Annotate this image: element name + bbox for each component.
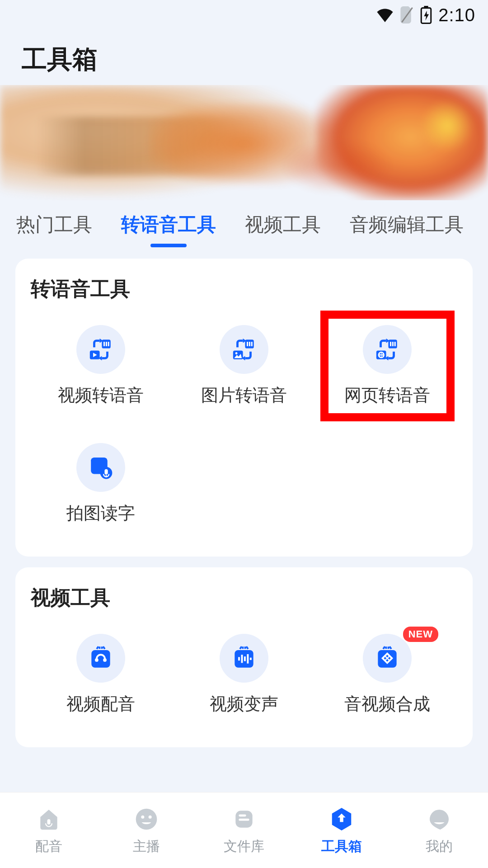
svg-rect-6 bbox=[106, 342, 107, 346]
svg-rect-5 bbox=[103, 342, 105, 346]
section-video-tools: 视频工具 视频配音 视频变声 NEW 音视频合成 bbox=[15, 567, 473, 747]
svg-point-31 bbox=[95, 658, 99, 662]
svg-point-43 bbox=[149, 816, 152, 819]
svg-rect-7 bbox=[108, 342, 109, 346]
svg-rect-1 bbox=[424, 6, 428, 8]
status-bar: 2:10 bbox=[0, 0, 488, 30]
svg-point-42 bbox=[141, 816, 144, 819]
tool-webpage-to-speech[interactable]: 网页转语音 bbox=[316, 315, 459, 417]
profile-icon bbox=[425, 805, 454, 834]
svg-rect-37 bbox=[247, 654, 249, 664]
toolbox-icon bbox=[327, 805, 356, 834]
tool-label: 网页转语音 bbox=[344, 384, 430, 407]
svg-rect-40 bbox=[47, 819, 51, 825]
nav-label: 工具箱 bbox=[321, 837, 362, 856]
nav-label: 主播 bbox=[133, 837, 160, 856]
files-icon bbox=[230, 805, 258, 834]
tool-label: 视频变声 bbox=[210, 693, 278, 716]
tool-label: 拍图读字 bbox=[66, 502, 135, 525]
svg-point-41 bbox=[136, 809, 157, 830]
svg-rect-14 bbox=[249, 342, 250, 346]
nav-label: 我的 bbox=[426, 837, 453, 856]
video-voice-change-icon bbox=[220, 634, 268, 683]
svg-rect-15 bbox=[251, 342, 253, 346]
category-tabs: 热门工具 转语音工具 视频工具 音频编辑工具 bbox=[0, 200, 488, 248]
nav-profile[interactable]: 我的 bbox=[390, 793, 488, 868]
clock-text: 2:10 bbox=[438, 5, 475, 25]
svg-rect-35 bbox=[241, 655, 243, 663]
webpage-to-speech-icon bbox=[363, 325, 412, 374]
tab-video-tools[interactable]: 视频工具 bbox=[241, 204, 324, 247]
image-to-speech-icon bbox=[220, 325, 268, 374]
svg-rect-38 bbox=[250, 658, 252, 660]
section-tts-tools: 转语音工具 视频转语音 图片转语音 网页转语音 bbox=[15, 259, 473, 557]
tab-audio-edit-tools[interactable]: 音频编辑工具 bbox=[346, 204, 467, 247]
tab-popular-tools[interactable]: 热门工具 bbox=[13, 204, 96, 247]
page-title: 工具箱 bbox=[22, 42, 466, 77]
content-scroll[interactable]: 转语音工具 视频转语音 图片转语音 网页转语音 bbox=[0, 259, 488, 747]
tool-video-dubbing[interactable]: 视频配音 bbox=[29, 624, 172, 726]
home-mic-icon bbox=[34, 805, 63, 834]
tool-label: 视频转语音 bbox=[58, 384, 144, 407]
svg-rect-13 bbox=[247, 342, 248, 346]
tab-tts-tools[interactable]: 转语音工具 bbox=[117, 204, 220, 247]
svg-point-11 bbox=[235, 352, 238, 354]
svg-rect-22 bbox=[392, 342, 394, 346]
tool-video-voice-change[interactable]: 视频变声 bbox=[172, 624, 315, 726]
svg-rect-23 bbox=[394, 342, 396, 346]
sim-icon bbox=[400, 6, 414, 24]
svg-rect-46 bbox=[239, 819, 249, 821]
nav-dubbing[interactable]: 配音 bbox=[0, 793, 98, 868]
tool-label: 音视频合成 bbox=[344, 693, 430, 716]
new-badge: NEW bbox=[403, 627, 438, 642]
av-compose-icon bbox=[363, 634, 412, 683]
promo-banner[interactable] bbox=[0, 85, 488, 200]
wifi-icon bbox=[376, 8, 394, 22]
face-icon bbox=[132, 805, 161, 834]
photo-read-text-icon bbox=[76, 443, 125, 492]
svg-rect-21 bbox=[390, 342, 391, 346]
svg-rect-28 bbox=[104, 469, 108, 475]
nav-label: 配音 bbox=[35, 837, 62, 856]
svg-rect-36 bbox=[244, 656, 246, 661]
bottom-nav: 配音 主播 文件库 工具箱 我的 bbox=[0, 792, 488, 868]
svg-rect-30 bbox=[91, 650, 110, 668]
tool-label: 图片转语音 bbox=[201, 384, 287, 407]
battery-charging-icon bbox=[420, 6, 432, 24]
section-title: 转语音工具 bbox=[29, 276, 459, 302]
nav-label: 文件库 bbox=[224, 837, 264, 856]
nav-toolbox[interactable]: 工具箱 bbox=[293, 793, 390, 868]
nav-anchor[interactable]: 主播 bbox=[98, 793, 195, 868]
tool-label: 视频配音 bbox=[66, 693, 135, 716]
section-title: 视频工具 bbox=[29, 585, 459, 611]
video-dubbing-icon bbox=[76, 634, 125, 683]
nav-files[interactable]: 文件库 bbox=[195, 793, 293, 868]
svg-point-32 bbox=[103, 658, 107, 662]
tool-photo-read-text[interactable]: 拍图读字 bbox=[29, 433, 172, 535]
tool-image-to-speech[interactable]: 图片转语音 bbox=[172, 315, 315, 417]
tool-av-compose[interactable]: NEW 音视频合成 bbox=[316, 624, 459, 726]
video-to-speech-icon bbox=[76, 325, 125, 374]
page-header: 工具箱 bbox=[0, 30, 488, 85]
tool-video-to-speech[interactable]: 视频转语音 bbox=[29, 315, 172, 417]
svg-rect-34 bbox=[238, 657, 240, 660]
svg-rect-45 bbox=[239, 815, 246, 817]
